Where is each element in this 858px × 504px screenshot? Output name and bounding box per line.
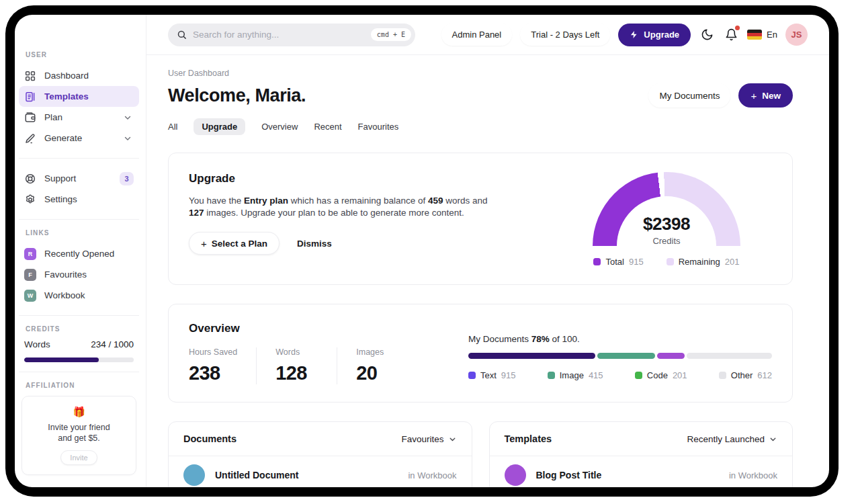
search-input[interactable] <box>193 30 365 40</box>
stat-words: Words 128 <box>275 347 337 384</box>
sidebar-item-label: Settings <box>44 194 77 204</box>
legend-swatch <box>719 372 726 379</box>
new-button[interactable]: + New <box>738 83 793 108</box>
legend-value: 415 <box>589 370 603 380</box>
document-row[interactable]: Untitled Document in Workbook <box>169 456 472 487</box>
bar-segment-text <box>468 353 595 359</box>
stat-hours-saved: Hours Saved 238 <box>189 347 257 384</box>
credits-gauge-value: $2398 <box>593 214 740 235</box>
life-ring-icon <box>24 173 36 185</box>
tab-all[interactable]: All <box>168 118 177 135</box>
dark-mode-toggle[interactable] <box>699 27 715 43</box>
sidebar-item-label: Favourites <box>44 269 87 280</box>
overview-card: Overview Hours Saved 238 Words 128 Image… <box>168 304 793 403</box>
my-documents-button[interactable]: My Documents <box>648 83 730 108</box>
sidebar-section-links: LINKS <box>19 229 139 237</box>
sidebar-section-affiliation: AFFILIATION <box>19 382 139 389</box>
tab-recent[interactable]: Recent <box>314 118 341 135</box>
sidebar-item-generate[interactable]: Generate <box>19 128 139 149</box>
upgrade-card: Upgrade You have the Entry plan which ha… <box>168 153 793 285</box>
sidebar-divider <box>19 372 139 372</box>
template-avatar <box>505 464 526 486</box>
sidebar-item-label: Generate <box>44 133 82 143</box>
notifications-button[interactable] <box>723 27 739 43</box>
search-bar[interactable]: cmd + E <box>168 24 415 46</box>
sidebar-item-dashboard[interactable]: Dashboard <box>19 65 139 86</box>
sidebar-item-label: Plan <box>44 112 62 122</box>
legend-swatch <box>468 372 476 379</box>
credits-progress-fill <box>24 358 99 362</box>
document-location: in Workbook <box>408 470 456 480</box>
bar-segment-image <box>597 353 655 359</box>
legend-item: Remaining201 <box>667 257 740 267</box>
documents-filter-dropdown[interactable]: Favourites <box>401 434 456 444</box>
credits-gauge: $2398 Credits Total915Remaining201 <box>583 172 750 265</box>
tab-upgrade[interactable]: Upgrade <box>194 118 245 135</box>
sidebar-item-settings[interactable]: Settings <box>19 189 139 210</box>
template-row[interactable]: Blog Post Title in Workbook <box>490 456 793 487</box>
tab-favourites[interactable]: Favourites <box>358 118 399 135</box>
tab-overview[interactable]: Overview <box>261 118 298 135</box>
support-count-badge: 3 <box>120 172 134 185</box>
sidebar-link-workbook[interactable]: W Workbook <box>19 285 139 306</box>
sidebar-item-support[interactable]: Support 3 <box>19 168 139 189</box>
invite-button[interactable]: Invite <box>60 450 97 465</box>
legend-label: Other <box>731 370 753 380</box>
bottom-row: Documents Favourites Untitled Document i… <box>168 421 793 487</box>
sidebar-item-label: Recently Opened <box>44 249 114 259</box>
select-plan-button[interactable]: + Select a Plan <box>189 232 280 255</box>
window-frame: USER Dashboard Templates Plan Generate S… <box>5 5 839 497</box>
search-icon <box>177 30 187 40</box>
sidebar-item-label: Workbook <box>44 290 85 300</box>
tabs: All Upgrade Overview Recent Favourites <box>168 118 793 135</box>
credits-gauge-label: Credits <box>593 236 740 246</box>
invite-text-line2: and get $5. <box>29 433 129 444</box>
sidebar-item-plan[interactable]: Plan <box>19 107 139 128</box>
admin-panel-button[interactable]: Admin Panel <box>441 24 513 46</box>
upgrade-card-left: Upgrade You have the Entry plan which ha… <box>189 172 488 265</box>
grid-icon <box>24 70 36 82</box>
bar-segment-other <box>687 353 772 359</box>
legend-label: Code <box>647 370 668 380</box>
moon-icon <box>701 28 714 41</box>
sidebar-link-favourites[interactable]: F Favourites <box>19 264 139 285</box>
legend-item: Text915 <box>468 370 516 380</box>
legend-value: 201 <box>673 370 687 380</box>
trial-status-button[interactable]: Trial - 2 Days Left <box>520 24 610 46</box>
language-selector[interactable]: En <box>747 30 777 40</box>
sidebar-link-recently-opened[interactable]: R Recently Opened <box>19 243 139 264</box>
documents-progress-title: My Documents 78% of 100. <box>468 334 772 344</box>
legend-value: 915 <box>501 370 516 380</box>
legend-value: 915 <box>629 257 644 267</box>
bar-segment-code <box>657 353 685 359</box>
plus-icon: + <box>750 91 757 101</box>
legend-swatch <box>593 258 601 265</box>
legend-value: 612 <box>757 370 772 380</box>
document-avatar <box>183 464 205 486</box>
gift-icon: 🎁 <box>29 406 129 418</box>
new-button-label: New <box>762 91 781 101</box>
sidebar-item-label: Templates <box>44 91 89 101</box>
overview-card-left: Overview Hours Saved 238 Words 128 Image… <box>189 322 437 384</box>
dismiss-button[interactable]: Dismiss <box>297 239 332 249</box>
link-badge: W <box>24 290 36 302</box>
sidebar-item-templates[interactable]: Templates <box>19 86 139 107</box>
upgrade-button[interactable]: Upgrade <box>618 24 691 46</box>
plus-icon: + <box>201 239 207 249</box>
breadcrumb: User Dashboard <box>168 69 793 78</box>
templates-filter-dropdown[interactable]: Recently Launched <box>687 434 777 444</box>
sidebar-divider <box>19 158 139 159</box>
legend-swatch <box>635 372 642 379</box>
user-avatar[interactable]: JS <box>785 24 808 46</box>
documents-card: Documents Favourites Untitled Document i… <box>168 421 472 487</box>
plan-name: Entry plan <box>244 196 288 206</box>
topbar: cmd + E Admin Panel Trial - 2 Days Left … <box>146 15 829 55</box>
link-badge: F <box>24 269 36 281</box>
legend-item: Other612 <box>719 370 772 380</box>
select-plan-label: Select a Plan <box>212 239 267 249</box>
german-flag-icon <box>747 30 762 40</box>
legend-item: Total915 <box>593 257 643 267</box>
documents-progress-panel: My Documents 78% of 100. Text915Image415… <box>468 334 772 384</box>
credits-block: Words 234 / 1000 <box>19 339 139 362</box>
words-left: 459 <box>428 196 443 206</box>
